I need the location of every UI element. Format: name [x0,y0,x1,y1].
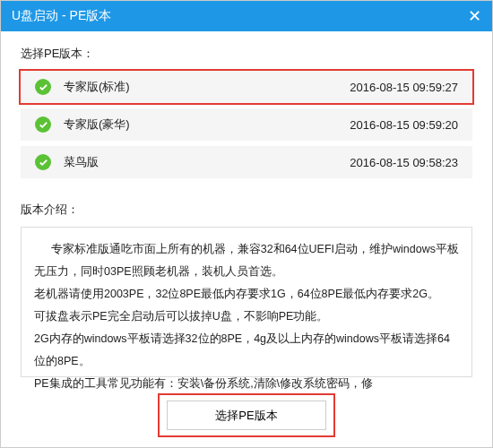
footer: 选择PE版本 [0,395,493,435]
check-icon [35,154,51,170]
select-version-button[interactable]: 选择PE版本 [167,401,326,430]
titlebar: U盘启动 - PE版本 ✕ [1,1,492,31]
version-item[interactable]: 菜鸟版2016-08-15 09:58:23 [21,146,472,178]
intro-line: 2G内存的windows平板请选择32位的8PE，4g及以上内存的windows… [34,328,459,373]
intro-line: 专家标准版通吃市面上所有的机器，兼容32和64位UEFI启动，维护windows… [34,238,459,283]
window-title: U盘启动 - PE版本 [12,8,111,24]
version-item-label: 菜鸟版 [64,154,350,170]
intro-line: 老机器请使用2003PE，32位8PE最低内存要求1G，64位8PE最低内存要求… [34,283,459,306]
intro-text: 专家标准版通吃市面上所有的机器，兼容32和64位UEFI启动，维护windows… [21,227,472,377]
version-list-label: 选择PE版本： [21,46,472,62]
version-list: 专家版(标准)2016-08-15 09:59:27专家版(豪华)2016-08… [21,71,472,178]
close-button[interactable]: ✕ [456,1,492,31]
close-icon: ✕ [468,6,481,26]
version-item-label: 专家版(豪华) [64,116,350,133]
version-item-time: 2016-08-15 09:59:27 [350,81,458,94]
version-item-time: 2016-08-15 09:58:23 [350,156,458,169]
version-item[interactable]: 专家版(标准)2016-08-15 09:59:27 [21,71,472,103]
select-button-highlight: 选择PE版本 [160,395,333,435]
intro-line: PE集成的工具常见功能有：安装\备份系统,清除\修改系统密码，修 [34,373,459,395]
check-icon [35,79,51,95]
version-item[interactable]: 专家版(豪华)2016-08-15 09:59:20 [21,108,472,141]
version-item-time: 2016-08-15 09:59:20 [350,118,458,132]
intro-line: 可拔盘表示PE完全启动后可以拔掉U盘，不影响PE功能。 [34,306,459,328]
version-item-label: 专家版(标准) [64,79,350,95]
intro-label: 版本介绍： [21,202,472,218]
check-icon [35,116,51,133]
